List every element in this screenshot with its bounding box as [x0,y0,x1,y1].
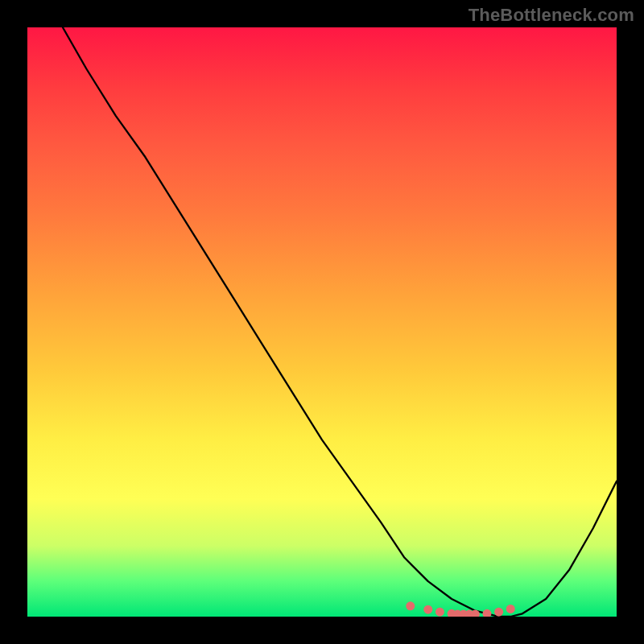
gradient-background [27,27,617,617]
plot-area [27,27,617,617]
watermark-text: TheBottleneck.com [469,5,634,26]
chart-container: TheBottleneck.com [0,0,644,644]
